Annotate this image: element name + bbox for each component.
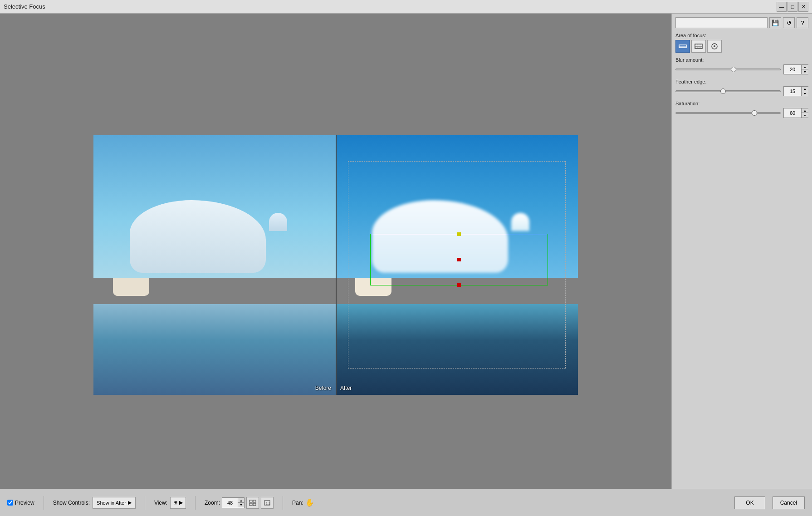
blur-spinbox-arrows: ▲ ▼ xyxy=(801,65,808,74)
before-label: Before xyxy=(315,385,331,391)
svg-rect-10 xyxy=(249,503,252,506)
cancel-button[interactable]: Cancel xyxy=(773,496,805,509)
preset-dropdown[interactable] xyxy=(675,17,768,28)
feather-edge-label: Feather edge: xyxy=(675,79,808,84)
after-image xyxy=(336,135,578,395)
zoom-value-input[interactable] xyxy=(222,498,238,508)
feather-edge-section: Feather edge: ▲ ▼ xyxy=(675,79,808,96)
saturation-section: Saturation: ▲ ▼ xyxy=(675,101,808,118)
blur-slider-thumb[interactable] xyxy=(731,67,736,72)
zoom-fit-button[interactable] xyxy=(246,497,259,509)
pan-icon: ✋ xyxy=(305,498,314,507)
feather-value-input[interactable] xyxy=(784,87,801,96)
zoom-section: Zoom: ▲ ▼ 1:1 xyxy=(205,497,274,509)
title-bar: Selective Focus — □ ✕ xyxy=(0,0,812,14)
ice-water-before xyxy=(93,304,336,395)
svg-rect-11 xyxy=(253,503,256,506)
zoom-actual-icon: 1:1 xyxy=(264,500,271,506)
image-container: Before xyxy=(93,135,578,395)
blur-spinbox[interactable]: ▲ ▼ xyxy=(783,64,808,74)
after-panel: After xyxy=(336,135,578,395)
blur-amount-label: Blur amount: xyxy=(675,57,808,63)
show-controls-label: Show Controls: xyxy=(53,500,90,506)
preview-label: Preview xyxy=(15,500,34,506)
svg-rect-9 xyxy=(253,500,256,502)
close-button[interactable]: ✕ xyxy=(798,2,808,12)
saturation-value-input[interactable] xyxy=(784,108,801,118)
pan-section: Pan: ✋ xyxy=(292,498,314,507)
canvas-inner: Before xyxy=(0,14,671,489)
saturation-spinbox-arrows: ▲ ▼ xyxy=(801,108,808,118)
zoom-down[interactable]: ▼ xyxy=(238,503,244,507)
saturation-spin-up[interactable]: ▲ xyxy=(801,108,808,113)
view-button[interactable]: ⊞ ▶ xyxy=(170,497,186,509)
iceberg2-before xyxy=(269,213,287,231)
separator-3 xyxy=(195,496,196,510)
blur-value-input[interactable] xyxy=(784,65,801,74)
focus-tools xyxy=(675,40,808,53)
preview-checkbox-label[interactable]: Preview xyxy=(7,500,34,506)
show-in-after-button[interactable]: Show in After ▶ xyxy=(93,497,136,509)
ok-button[interactable]: OK xyxy=(734,496,765,509)
area-of-focus-section: Area of focus: xyxy=(675,33,808,53)
show-in-after-label: Show in After xyxy=(97,500,126,506)
feather-slider-row: ▲ ▼ xyxy=(675,86,808,96)
blur-slider-row: ▲ ▼ xyxy=(675,64,808,74)
ice-water-after xyxy=(336,304,578,395)
saturation-spinbox[interactable]: ▲ ▼ xyxy=(783,108,808,118)
help-button[interactable]: ? xyxy=(797,17,808,28)
blur-slider-track[interactable] xyxy=(675,69,781,70)
maximize-button[interactable]: □ xyxy=(788,2,797,12)
canvas-area: Before xyxy=(0,14,671,489)
before-image xyxy=(93,135,336,395)
blur-spin-up[interactable]: ▲ xyxy=(801,65,808,69)
boat-after xyxy=(355,278,391,296)
zoom-up[interactable]: ▲ xyxy=(238,498,244,503)
saturation-label: Saturation: xyxy=(675,101,808,106)
view-arrow: ▶ xyxy=(179,500,183,506)
bottom-bar: Preview Show Controls: Show in After ▶ V… xyxy=(0,489,812,516)
divider-line xyxy=(336,135,337,395)
feather-slider-track[interactable] xyxy=(675,90,781,92)
show-controls-section: Show Controls: Show in After ▶ xyxy=(53,497,136,509)
saturation-spin-down[interactable]: ▼ xyxy=(801,113,808,118)
feather-spin-up[interactable]: ▲ xyxy=(801,87,808,91)
feather-spinbox-arrows: ▲ ▼ xyxy=(801,87,808,96)
title-bar-controls: — □ ✕ xyxy=(777,2,808,12)
zoom-fit-icon xyxy=(249,500,256,506)
svg-rect-8 xyxy=(249,500,252,502)
separator-4 xyxy=(283,496,283,510)
band-tool-button[interactable] xyxy=(675,40,690,53)
band2-tool-button[interactable] xyxy=(691,40,706,53)
saturation-slider-row: ▲ ▼ xyxy=(675,108,808,118)
feather-spin-down[interactable]: ▼ xyxy=(801,91,808,96)
preset-row: 💾 ↺ ? xyxy=(675,17,808,28)
feather-spinbox[interactable]: ▲ ▼ xyxy=(783,86,808,96)
view-section: View: ⊞ ▶ xyxy=(154,497,186,509)
zoom-arrows: ▲ ▼ xyxy=(238,498,244,507)
saturation-slider-track[interactable] xyxy=(675,112,781,114)
zoom-actual-button[interactable]: 1:1 xyxy=(261,497,274,509)
window-title: Selective Focus xyxy=(4,3,45,10)
show-in-after-arrow: ▶ xyxy=(128,500,132,506)
view-label: View: xyxy=(154,500,167,506)
zoom-spinbox[interactable]: ▲ ▼ xyxy=(222,497,245,508)
saturation-slider-thumb[interactable] xyxy=(752,110,757,116)
boat-before xyxy=(113,278,149,296)
feather-slider-thumb[interactable] xyxy=(720,88,726,94)
preview-checkbox[interactable] xyxy=(7,500,13,506)
minimize-button[interactable]: — xyxy=(777,2,787,12)
view-icon: ⊞ xyxy=(173,500,177,506)
main-container: Before xyxy=(0,14,812,489)
reset-preset-button[interactable]: ↺ xyxy=(783,17,795,28)
pan-label: Pan: xyxy=(292,500,303,506)
separator-1 xyxy=(44,496,44,510)
blur-amount-section: Blur amount: ▲ ▼ xyxy=(675,57,808,74)
svg-text:1:1: 1:1 xyxy=(266,502,270,505)
blur-spin-down[interactable]: ▼ xyxy=(801,69,808,74)
radial-tool-button[interactable] xyxy=(707,40,722,53)
save-preset-button[interactable]: 💾 xyxy=(769,17,781,28)
right-panel: 💾 ↺ ? Area of focus: xyxy=(671,14,812,489)
iceberg2-after xyxy=(511,213,529,231)
separator-2 xyxy=(145,496,145,510)
